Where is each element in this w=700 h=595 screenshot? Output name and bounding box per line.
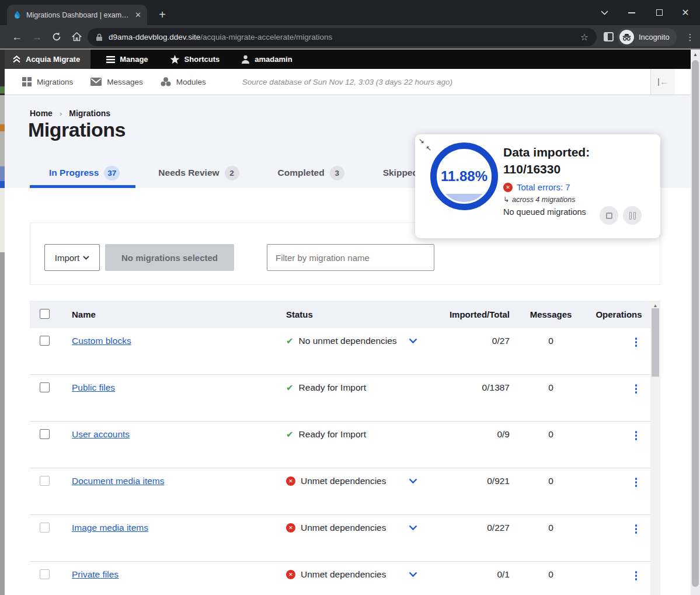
toolbar-item-shortcuts[interactable]: Shortcuts [164, 55, 226, 64]
progress-ring: 11.88% [430, 142, 498, 210]
tab-search-chevron-icon[interactable] [591, 0, 617, 25]
acquia-migrate-brand[interactable]: Acquia Migrate [5, 50, 90, 69]
screen: Migrations Dashboard | example ✕ + ✕ ← →… [0, 0, 700, 595]
browser-menu-icon[interactable]: ⋮ [682, 28, 698, 46]
status-ok-icon: ✔ [286, 382, 294, 393]
background-window-sliver [0, 124, 5, 131]
row-checkbox[interactable] [40, 523, 50, 533]
forward-button[interactable]: → [27, 27, 47, 47]
table-scrollbar-thumb[interactable] [652, 308, 659, 377]
breadcrumb-chevron-icon: › [60, 109, 62, 118]
status-chevron-icon[interactable] [409, 572, 417, 577]
toolbar-item-modules[interactable]: Modules [161, 77, 206, 86]
bookmark-star-icon[interactable]: ☆ [580, 32, 588, 43]
incognito-label: Incognito [639, 33, 670, 41]
row-checkbox[interactable] [40, 336, 50, 346]
page-scrollbar[interactable]: ▲ [691, 50, 700, 595]
migration-name-link[interactable]: Custom blocks [72, 336, 131, 346]
toolbar-item-messages[interactable]: Messages [90, 78, 143, 86]
scrollbar-up-arrow-icon[interactable]: ▲ [691, 52, 700, 57]
row-checkbox[interactable] [40, 382, 50, 392]
import-dropdown-button[interactable]: Import [44, 244, 100, 271]
username-label: amadamin [255, 55, 292, 64]
filter-input[interactable] [267, 244, 434, 271]
toolbar-collapse-button[interactable]: ← [650, 69, 675, 95]
row-checkbox[interactable] [40, 476, 50, 486]
import-label: Import [55, 253, 80, 263]
breadcrumb-home-link[interactable]: Home [30, 109, 53, 118]
row-checkbox[interactable] [40, 569, 50, 579]
active-tab-underline [30, 185, 135, 188]
row-operations-menu[interactable] [633, 523, 639, 535]
status-chevron-icon[interactable] [409, 338, 417, 344]
row-operations-menu[interactable] [633, 336, 639, 349]
toolbar-item-manage[interactable]: Manage [100, 55, 154, 64]
chevron-down-icon [83, 256, 89, 260]
drupal-secondary-toolbar: Migrations Messages Modules Source datab… [5, 69, 691, 95]
back-button[interactable]: ← [7, 27, 27, 47]
migration-name-link[interactable]: Document media items [72, 476, 165, 486]
status-chevron-icon[interactable] [409, 478, 417, 484]
row-operations-menu[interactable] [633, 476, 639, 489]
collapse-bar-icon [658, 78, 659, 86]
messages-cell: 0 [514, 429, 587, 440]
tab-label: Needs Review [158, 168, 219, 178]
new-tab-button[interactable]: + [154, 6, 170, 23]
across-label: across 4 migrations [512, 196, 575, 204]
side-panel-icon[interactable] [604, 32, 614, 41]
double-chevron-up-icon [12, 55, 21, 63]
stop-import-button[interactable] [600, 206, 618, 225]
select-all-checkbox[interactable] [40, 309, 50, 319]
collapse-card-icon[interactable]: ↘ [419, 137, 424, 144]
messages-cell: 0 [514, 569, 587, 580]
row-checkbox[interactable] [40, 429, 50, 439]
tab-completed[interactable]: Completed 3 [259, 160, 364, 186]
migration-name-link[interactable]: Image media items [72, 523, 148, 533]
table-row: Public files ✔ ✕ Ready for Import 0/1387… [30, 375, 650, 422]
pause-icon [633, 212, 636, 220]
window-maximize-button[interactable] [646, 0, 672, 25]
window-close-button[interactable]: ✕ [673, 0, 698, 25]
toolbar-item-user[interactable]: amadamin [235, 55, 298, 64]
messages-cell: 0 [514, 382, 587, 393]
tab-label: Completed [278, 168, 325, 178]
scrollbar-up-arrow-icon[interactable]: ▲ [650, 303, 660, 308]
tab-needs-review[interactable]: Needs Review 2 [139, 160, 258, 186]
home-button[interactable] [67, 27, 86, 47]
hook-arrow-icon: ↳ [503, 196, 509, 204]
error-icon: ✕ [503, 183, 513, 192]
page-title: Migrations [28, 119, 126, 141]
migration-name-link[interactable]: User accounts [72, 429, 130, 439]
status-label: Ready for Import [299, 429, 366, 440]
collapse-card-icon[interactable]: ↖ [426, 145, 431, 152]
messages-cell: 0 [514, 476, 587, 486]
status-label: Unmet dependencies [301, 569, 386, 580]
migration-name-link[interactable]: Private files [72, 569, 119, 579]
row-operations-menu[interactable] [633, 569, 639, 582]
imported-total-cell: 0/1 [433, 569, 514, 580]
tab-label: In Progress [49, 168, 99, 178]
tab-in-progress[interactable]: In Progress 37 [30, 160, 139, 186]
status-chevron-icon[interactable] [409, 525, 417, 531]
total-errors-link[interactable]: Total errors: 7 [517, 182, 570, 192]
tab-close-icon[interactable]: ✕ [135, 11, 141, 19]
row-operations-menu[interactable] [633, 382, 639, 395]
migrations-table: Name Status Imported/Total Messages Oper… [30, 301, 650, 595]
toolbar-item-migrations[interactable]: Migrations [22, 77, 73, 86]
header-imported-total: Imported/Total [433, 309, 514, 319]
progress-percent: 11.88% [441, 168, 487, 185]
row-operations-menu[interactable] [633, 429, 639, 442]
table-scrollbar[interactable]: ▲ [650, 301, 660, 595]
page-scrollbar-thumb[interactable] [692, 60, 699, 587]
stop-icon [606, 213, 612, 219]
migration-name-link[interactable]: Public files [72, 382, 115, 392]
browser-tab[interactable]: Migrations Dashboard | example ✕ [7, 5, 147, 25]
reload-button[interactable] [47, 27, 67, 47]
messages-cell: 0 [514, 336, 587, 346]
url-bar[interactable]: d9ama-ddevblog.ddev.site/acquia-migrate-… [88, 28, 597, 46]
messages-label: Messages [107, 78, 143, 86]
across-migrations-note: ↳ across 4 migrations [503, 196, 655, 204]
window-minimize-button[interactable] [619, 0, 645, 25]
header-operations: Operations [587, 309, 650, 319]
pause-import-button[interactable] [623, 206, 642, 225]
